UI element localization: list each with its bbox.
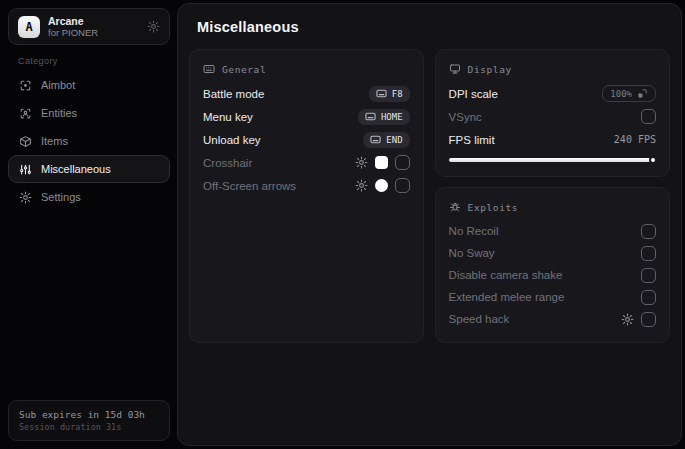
crosshair-checkbox[interactable] [395,155,410,170]
no-recoil-checkbox[interactable] [641,224,656,239]
speed-hack-settings-icon[interactable] [621,313,634,326]
dpi-scale-selector[interactable]: 100% [602,85,656,102]
setting-row-unload-key: Unload key END [203,128,410,151]
cube-icon [19,135,32,148]
sidebar-category-label: Category [18,56,170,66]
setting-row-no-recoil: No Recoil [449,220,656,242]
setting-row-dpi-scale: DPI scale 100% [449,82,656,105]
monitor-icon [449,63,461,75]
general-header-label: General [222,64,266,75]
setting-row-crosshair: Crosshair [203,151,410,174]
setting-label: No Sway [449,247,495,259]
person-scan-icon [19,107,32,120]
display-card-header: Display [449,61,656,77]
setting-row-speed-hack: Speed hack [449,308,656,330]
fps-limit-slider[interactable] [449,156,656,164]
sidebar: A Arcane for PIONER Category Aimbot [0,0,170,449]
session-duration-text: Session duration 31s [19,421,159,433]
fps-limit-value: 240 FPS [614,134,656,145]
setting-row-extended-melee-range: Extended melee range [449,286,656,308]
keyboard-icon [370,134,381,145]
offscreen-arrows-color-swatch[interactable] [375,179,388,192]
scope-icon [19,79,32,92]
setting-label: DPI scale [449,88,498,100]
setting-row-no-sway: No Sway [449,242,656,264]
sidebar-item-label: Miscellaneous [41,163,111,175]
sidebar-item-miscellaneous[interactable]: Miscellaneous [8,155,170,183]
exploits-card: Exploits No Recoil No Sway Disable camer… [435,187,670,343]
speed-hack-controls [621,312,656,327]
offscreen-arrows-settings-icon[interactable] [355,179,368,192]
right-column: Display DPI scale 100% VSync [435,49,670,343]
speed-hack-checkbox[interactable] [641,312,656,327]
setting-label: Off-Screen arrows [203,180,296,192]
setting-label: FPS limit [449,134,495,146]
exploits-card-header: Exploits [449,199,656,215]
crosshair-controls [355,155,410,170]
brand-logo: A [18,16,40,38]
display-header-label: Display [468,64,512,75]
general-card-header: General [203,61,410,77]
keybind-value: F8 [392,89,403,99]
brand-subtitle: for PIONER [48,27,98,38]
scale-icon [637,88,648,99]
sidebar-item-entities[interactable]: Entities [8,99,170,127]
extended-melee-range-checkbox[interactable] [641,290,656,305]
sidebar-item-label: Settings [41,191,81,203]
sub-expiry-text: Sub expires in 15d 03h [19,408,159,421]
brand-card: A Arcane for PIONER [8,8,170,45]
setting-label: Disable camera shake [449,269,563,281]
main-panel: Miscellaneous General Battle mode F8 [177,3,682,446]
keybind-value: HOME [381,112,403,122]
setting-row-offscreen-arrows: Off-Screen arrows [203,174,410,197]
setting-row-disable-camera-shake: Disable camera shake [449,264,656,286]
setting-label: No Recoil [449,225,499,237]
keybind-value: END [386,135,402,145]
display-card: Display DPI scale 100% VSync [435,49,670,177]
brand-text: Arcane for PIONER [48,15,98,38]
setting-row-vsync: VSync [449,105,656,128]
exploits-header-label: Exploits [468,202,519,213]
cards-grid: General Battle mode F8 Menu key HOME [189,49,670,343]
battle-mode-keybind[interactable]: F8 [369,86,410,102]
setting-row-menu-key: Menu key HOME [203,105,410,128]
slider-thumb[interactable] [649,156,657,164]
setting-label: Extended melee range [449,291,565,303]
sidebar-item-label: Entities [41,107,77,119]
setting-label: Menu key [203,111,253,123]
sidebar-item-aimbot[interactable]: Aimbot [8,71,170,99]
setting-label: Crosshair [203,157,252,169]
unload-key-keybind[interactable]: END [363,132,409,148]
keyboard-icon [203,63,215,75]
sidebar-item-label: Aimbot [41,79,75,91]
sidebar-item-label: Items [41,135,68,147]
account-gear-icon[interactable] [147,20,160,33]
setting-label: Battle mode [203,88,264,100]
keyboard-icon [376,88,387,99]
sidebar-nav: Aimbot Entities Items Miscellaneous [8,71,170,211]
vsync-checkbox[interactable] [641,109,656,124]
setting-label: VSync [449,111,482,123]
menu-key-keybind[interactable]: HOME [358,109,410,125]
setting-row-fps-limit: FPS limit 240 FPS [449,128,656,151]
crosshair-color-swatch[interactable] [375,156,388,169]
offscreen-arrows-controls [355,178,410,193]
brand-name: Arcane [48,15,98,27]
sidebar-item-items[interactable]: Items [8,127,170,155]
setting-row-battle-mode: Battle mode F8 [203,82,410,105]
slider-track[interactable] [449,158,656,162]
no-sway-checkbox[interactable] [641,246,656,261]
setting-label: Speed hack [449,313,510,325]
setting-label: Unload key [203,134,261,146]
page-title: Miscellaneous [197,19,670,35]
bug-icon [449,201,461,213]
app-window: A Arcane for PIONER Category Aimbot [0,0,685,449]
sliders-icon [19,163,32,176]
offscreen-arrows-checkbox[interactable] [395,178,410,193]
keyboard-icon [365,111,376,122]
dpi-scale-value: 100% [610,89,632,99]
disable-camera-shake-checkbox[interactable] [641,268,656,283]
sidebar-item-settings[interactable]: Settings [8,183,170,211]
general-card: General Battle mode F8 Menu key HOME [189,49,424,343]
crosshair-settings-icon[interactable] [355,156,368,169]
